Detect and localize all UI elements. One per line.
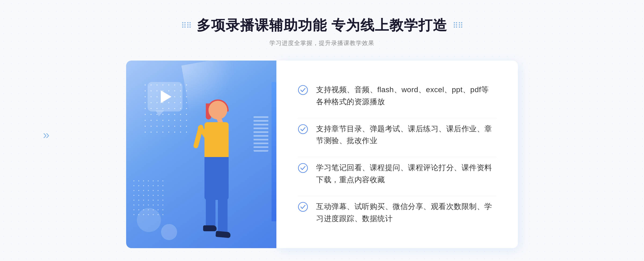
- check-icon-3: [298, 163, 308, 173]
- person-shoe-left: [203, 225, 217, 231]
- svg-point-3: [298, 202, 308, 211]
- title-dots-right: ⠿⠿: [453, 21, 463, 30]
- side-arrows-left: »: [43, 128, 49, 141]
- feature-item-1: 支持视频、音频、flash、word、excel、ppt、pdf等各种格式的资源…: [298, 79, 496, 113]
- svg-point-0: [298, 85, 308, 95]
- person-body: [204, 122, 229, 160]
- header-section: ⠿⠿ 多项录播课辅助功能 专为线上教学打造 ⠿⠿ 学习进度全掌握，提升录播课教学…: [181, 16, 463, 47]
- page-subtitle: 学习进度全掌握，提升录播课教学效果: [181, 39, 463, 47]
- feature-item-4: 互动弹幕、试听购买、微信分享、观看次数限制、学习进度跟踪、数据统计: [298, 196, 496, 230]
- title-row: ⠿⠿ 多项录播课辅助功能 专为线上教学打造 ⠿⠿: [181, 16, 463, 35]
- feature-text-4: 互动弹幕、试听购买、微信分享、观看次数限制、学习进度跟踪、数据统计: [316, 201, 496, 225]
- person-leg-left: [206, 197, 215, 229]
- stripe-decoration: [254, 114, 268, 152]
- feature-item-2: 支持章节目录、弹题考试、课后练习、课后作业、章节测验、批改作业: [298, 118, 496, 152]
- blue-vertical-bar: [272, 82, 276, 221]
- svg-point-2: [298, 163, 308, 173]
- feature-item-3: 学习笔记回看、课程提问、课程评论打分、课件资料下载，重点内容收藏: [298, 157, 496, 191]
- feature-text-2: 支持章节目录、弹题考试、课后练习、课后作业、章节测验、批改作业: [316, 123, 496, 147]
- features-panel: 支持视频、音频、flash、word、excel、ppt、pdf等各种格式的资源…: [276, 61, 518, 248]
- check-icon-2: [298, 124, 308, 134]
- person-figure: [167, 98, 253, 248]
- person-pants: [204, 157, 229, 200]
- person-leg-right: [218, 197, 228, 235]
- circle-decoration-1: [137, 208, 161, 232]
- person-shoe-right: [215, 231, 231, 238]
- check-icon-4: [298, 202, 308, 212]
- illustration-panel: [126, 61, 276, 248]
- page-wrapper: ⠿⠿ 多项录播课辅助功能 专为线上教学打造 ⠿⠿ 学习进度全掌握，提升录播课教学…: [0, 0, 644, 261]
- feature-text-3: 学习笔记回看、课程提问、课程评论打分、课件资料下载，重点内容收藏: [316, 162, 496, 186]
- person-arm-down: [193, 124, 204, 149]
- feature-text-1: 支持视频、音频、flash、word、excel、ppt、pdf等各种格式的资源…: [316, 84, 496, 108]
- page-title: 多项录播课辅助功能 专为线上教学打造: [197, 16, 447, 35]
- svg-point-1: [298, 125, 308, 134]
- title-dots-left: ⠿⠿: [181, 21, 191, 30]
- content-section: 支持视频、音频、flash、word、excel、ppt、pdf等各种格式的资源…: [126, 61, 518, 248]
- check-icon-1: [298, 85, 308, 95]
